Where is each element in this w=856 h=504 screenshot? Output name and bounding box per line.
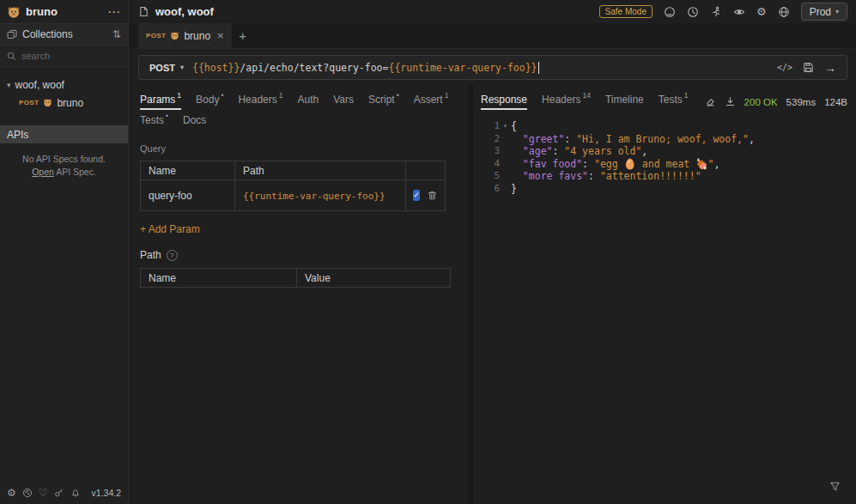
line-number: 3 [481,145,500,158]
path-section-header: Path ? [140,249,458,261]
delete-param-icon[interactable] [427,190,438,201]
response-size: 124B [824,97,847,107]
response-editor[interactable]: 1▾{2 "greet": "Hi, I am Bruno; woof, woo… [481,120,847,504]
main-area: woof, woof Safe Mode [130,0,856,504]
code-line: 2 "greet": "Hi, I am Bruno; woof, woof,"… [481,133,847,146]
save-icon[interactable] [803,62,814,73]
response-duration: 539ms [786,97,817,107]
code-line: 5 "more favs": "attention!!!!!!" [481,170,847,183]
tab-indicator: 1 [177,91,181,100]
heart-icon[interactable]: ♡ [39,488,48,498]
request-item-bruno[interactable]: POST bruno [0,94,128,112]
param-value-cell[interactable]: {{runtime-var-query-foo}} [235,180,406,211]
code-text: "fav food": "egg 🥚 and meat 🍖", [511,158,719,171]
tab-indicator: 1 [445,91,449,100]
tab-label: Body [196,94,219,106]
code-line: 1▾{ [481,120,847,133]
response-tab-response[interactable]: Response [481,94,527,110]
query-col-path: Path [235,161,406,180]
query-param-row: query-foo{{runtime-var-query-foo}}✓ [141,180,446,211]
path-col-value: Value [297,269,451,288]
collections-header[interactable]: Collections ⇅ [0,23,128,46]
tab-bruno[interactable]: POST bruno × [138,23,232,48]
add-param-button[interactable]: + Add Param [140,223,200,235]
tab-label: Tests [140,114,164,126]
help-icon[interactable]: ? [167,250,178,261]
preview-eye-icon[interactable] [733,6,745,18]
request-tab-script[interactable]: Script• [368,94,399,110]
no-specs-text: No API Specs found. [0,154,128,164]
sidebar-header: bruno ⋯ [0,0,128,23]
bruno-logo-icon [7,5,21,19]
key-icon[interactable] [54,488,64,498]
param-name-cell[interactable]: query-foo [141,180,235,211]
github-icon[interactable] [664,6,676,18]
runner-icon[interactable] [710,6,722,18]
generate-code-icon[interactable]: </> [777,64,792,72]
history-clock-icon[interactable] [687,6,699,18]
tab-label: Response [481,94,527,106]
param-controls: ✓ [414,190,437,201]
request-method-label: POST [19,99,39,106]
close-tab-icon[interactable]: × [217,29,224,42]
query-table-body: query-foo{{runtime-var-query-foo}}✓ [141,180,446,211]
request-tab-auth[interactable]: Auth [298,94,319,110]
tab-indicator: • [166,112,168,120]
url-input[interactable]: {{host}}/api/echo/text?query-foo={{runti… [192,62,767,74]
method-selector[interactable]: POST ▾ [139,56,192,79]
query-table-head: NamePath [141,161,446,180]
request-response-panes: Params1Body•Headers1AuthVarsScript•Asser… [130,85,856,504]
response-meta: 200 OK 539ms 124B [705,96,847,107]
search-icon [7,52,16,61]
param-controls-cell: ✓ [406,180,446,211]
request-name-label: bruno [57,97,83,109]
sort-icon[interactable]: ⇅ [112,28,121,40]
search-input[interactable] [21,51,121,61]
line-number: 5 [481,170,500,183]
request-tab-params[interactable]: Params1 [140,94,181,110]
request-tab-body[interactable]: Body• [196,94,223,110]
request-tab-headers[interactable]: Headers1 [238,94,282,110]
environment-globe-icon[interactable] [778,6,790,18]
environment-selector[interactable]: Prod ▾ [801,3,847,21]
url-segment: {{host}} [192,62,240,74]
cookie-icon[interactable] [22,488,33,498]
response-tab-tests[interactable]: Tests1 [659,94,689,110]
response-tab-timeline[interactable]: Timeline [605,94,644,110]
settings-gear-icon[interactable]: ⚙ [756,6,767,17]
url-segment: /api/echo/text?query-foo= [240,62,388,74]
response-header: ResponseHeaders14TimelineTests1 [481,94,847,110]
pane-resize-handle[interactable] [468,85,474,504]
bell-icon[interactable] [70,488,81,498]
new-tab-button[interactable]: + [232,23,254,48]
request-tab-docs[interactable]: Docs [183,114,206,131]
open-spec-line: Open API Spec. [0,167,128,177]
send-request-icon[interactable]: → [824,62,836,74]
path-table-head: NameValue [141,269,451,288]
response-tab-headers[interactable]: Headers14 [542,94,591,110]
bruno-app-window: bruno ⋯ Collections ⇅ ▾ [0,0,856,504]
code-text: } [511,183,517,196]
clear-response-icon[interactable] [705,96,716,107]
tab-method-label: POST [146,32,166,39]
request-pane: Params1Body•Headers1AuthVarsScript•Asser… [130,85,468,504]
status-badge: 200 OK [744,97,778,107]
param-enabled-checkbox[interactable]: ✓ [413,190,420,201]
sidebar-menu-icon[interactable]: ⋯ [107,5,121,18]
collection-item-woof-woof[interactable]: ▾ woof, woof [0,76,128,94]
filter-icon[interactable] [829,481,841,492]
code-line: 6} [481,183,847,196]
preferences-gear-icon[interactable]: ⚙ [7,488,16,498]
request-tab-assert[interactable]: Assert1 [414,94,449,110]
download-response-icon[interactable] [725,96,736,107]
open-spec-rest: API Spec. [54,167,96,177]
tab-label: Headers [542,94,580,106]
line-number: 1 [481,120,500,133]
apis-section-header[interactable]: APIs [0,125,128,143]
query-col-name: Name [141,161,235,180]
open-api-spec-link[interactable]: Open [32,167,54,177]
fold-icon[interactable]: ▾ [500,120,511,133]
request-tab-tests[interactable]: Tests• [140,114,168,131]
request-tab-vars[interactable]: Vars [333,94,354,110]
method-label: POST [149,63,175,73]
